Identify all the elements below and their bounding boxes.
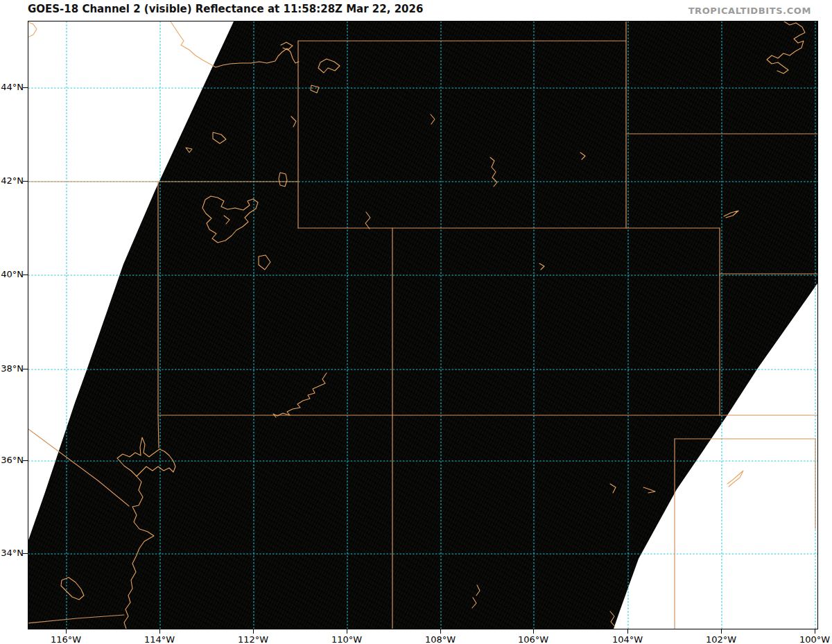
satellite-map-graphics [28,21,817,629]
idaho-small-lake [186,148,192,153]
lat-tick-label: 44°N [0,82,24,92]
lon-tick [440,629,441,634]
lon-tick [347,629,347,634]
seminoe-reservoir [490,157,497,186]
lake-mcconaughy [724,211,738,218]
lon-tick-label: 110°W [324,635,369,644]
caballo-reservoir [472,598,476,608]
lat-tick-label: 38°N [0,364,24,373]
salton-sea [61,577,84,600]
lon-tick [721,629,722,634]
lon-tick-label: 102°W [699,635,743,644]
lon-tick-label: 112°W [231,635,275,644]
lat-tick-label: 36°N [0,455,24,464]
lon-tick-label: 106°W [511,635,555,644]
lon-tick [533,629,534,634]
front-range-reservoir [539,263,544,270]
scan-gap-northwest [28,21,234,540]
lon-tick [66,629,67,634]
lat-tick-label: 40°N [0,270,24,279]
border-us-mexico [28,615,124,623]
lon-tick-label: 116°W [44,635,88,644]
lon-tick [253,629,254,634]
lon-tick-label: 100°W [792,635,832,644]
american-falls-reservoir [213,132,226,143]
missouri-river [767,21,805,73]
pecos-river [610,611,615,627]
border-nv-ut-114w [158,182,159,448]
glendo-reservoir [580,153,585,159]
lon-tick [159,629,160,634]
lon-tick-label: 104°W [605,635,650,644]
bear-lake [279,173,287,186]
palisades-reservoir [291,116,296,127]
lat-tick-label: 34°N [0,548,24,557]
conchas-lake [610,484,616,493]
great-salt-lake [202,196,258,243]
ute-lake [643,487,655,493]
boysen-reservoir [431,114,435,124]
lat-tick-label: 42°N [0,176,24,185]
lat-tick [23,181,28,182]
lat-tick [23,87,28,88]
colorado-river [124,476,154,629]
lon-tick-label: 114°W [137,635,182,644]
satellite-map-plot-area [28,21,818,629]
lake-mead [117,437,175,476]
lat-tick [23,275,28,275]
tropicaltidbits-watermark: TROPICALTIDBITS.COM [688,6,811,16]
utah-lake [259,255,270,270]
jackson-lake [318,59,340,73]
lon-tick [815,629,815,634]
lake-powell [273,373,327,417]
satellite-viewer-page: GOES-18 Channel 2 (visible) Reflectance … [0,0,832,644]
flaming-gorge-reservoir [365,212,370,229]
lat-tick [23,460,28,461]
lat-tick [23,553,28,554]
lon-tick [627,629,628,634]
elephant-butte-reservoir [476,585,480,595]
yellowstone-lake [311,85,319,93]
scan-gap-southeast [614,284,817,629]
image-title: GOES-18 Channel 2 (visible) Reflectance … [28,3,423,15]
great-salt-lake-island [224,216,229,224]
lat-tick [23,369,28,369]
lon-tick-label: 108°W [418,635,462,644]
